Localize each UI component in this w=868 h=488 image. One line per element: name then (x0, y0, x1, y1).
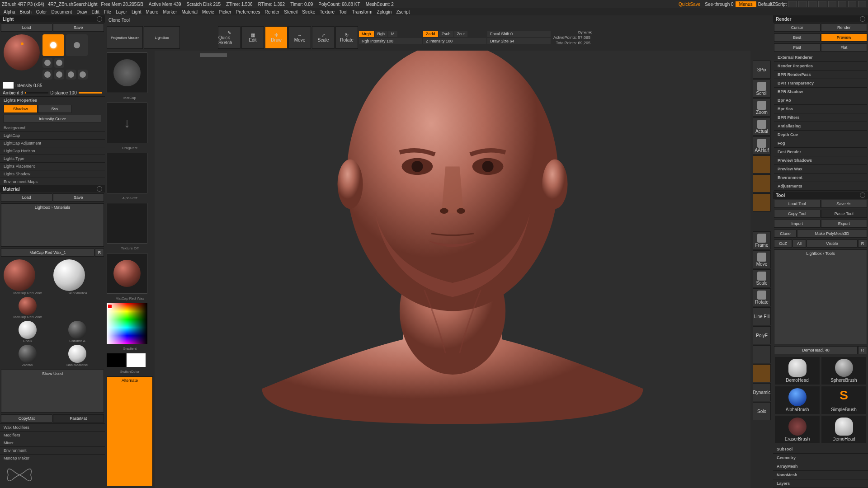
demohead-slider[interactable]: DemoHead. 48 (774, 346, 858, 354)
projection-master-button[interactable]: Projection Master (107, 26, 143, 49)
render-environment[interactable]: Environment (774, 174, 867, 182)
refresh-icon[interactable] (97, 186, 102, 192)
import-button[interactable]: Import (774, 220, 821, 228)
wax-modifiers[interactable]: Wax Modifiers (0, 423, 105, 431)
material-header[interactable]: Material (0, 185, 105, 192)
light-slot-3[interactable] (42, 58, 52, 68)
menu-stencil[interactable]: Stencil (284, 9, 297, 14)
bpr-ao[interactable]: Bpr Ao (774, 96, 867, 105)
best-button[interactable]: Best (774, 33, 821, 42)
actual-button[interactable]: Actual (753, 117, 771, 136)
light-save-button[interactable]: Save (53, 23, 104, 32)
dynamic-button[interactable]: Dynamic (753, 383, 771, 401)
zsub-button[interactable]: Zsub (439, 31, 453, 37)
window-button-3[interactable] (808, 1, 816, 7)
light-load-button[interactable]: Load (1, 23, 52, 32)
copy-tool-button[interactable]: Copy Tool (774, 210, 821, 218)
fast-button[interactable]: Fast (774, 43, 821, 52)
menu-tool[interactable]: Tool (339, 9, 347, 14)
light-background[interactable]: Background (0, 124, 105, 131)
fast-render[interactable]: Fast Render (774, 148, 867, 156)
rgb-button[interactable]: Rgb (375, 31, 388, 37)
menu-edit[interactable]: Edit (92, 9, 99, 14)
material-thumb-3[interactable]: MatCap Red Wax (4, 297, 52, 319)
zoom-button[interactable]: Zoom (753, 99, 771, 117)
light-slot-7[interactable] (66, 70, 76, 80)
light-lightcap-adj[interactable]: LightCap Adjustment (0, 139, 105, 147)
light-preview-sphere[interactable] (4, 34, 40, 70)
light-slot-1[interactable] (42, 34, 64, 56)
zadd-button[interactable]: Zadd (423, 31, 438, 37)
bpr-renderpass[interactable]: BPR RenderPass (774, 70, 867, 79)
light-slot-5[interactable] (42, 70, 52, 80)
persp-button[interactable] (753, 155, 771, 174)
light-lightcap[interactable]: LightCap (0, 131, 105, 139)
z-intensity-slider[interactable]: Z Intensity 100 (423, 38, 486, 44)
tool-demohead2[interactable]: DemoHead (821, 416, 866, 443)
color-white-swatch[interactable] (127, 353, 146, 367)
bpr-filters[interactable]: BPR Filters (774, 113, 867, 122)
menu-file[interactable]: File (104, 9, 111, 14)
menu-brush[interactable]: Brush (20, 9, 32, 14)
scroll-button[interactable]: Scroll (753, 80, 771, 98)
window-button-6[interactable] (838, 1, 846, 7)
mrgb-button[interactable]: Mrgb (359, 31, 374, 37)
bpr-shadow[interactable]: BPR Shadow (774, 88, 867, 96)
load-tool-button[interactable]: Load Tool (774, 200, 821, 208)
sss-button[interactable]: Sss (38, 105, 72, 113)
rotate-button[interactable]: ↻Rotate (335, 26, 358, 49)
floor-button[interactable] (753, 174, 771, 192)
seethrough-slider[interactable]: See-through 0 (705, 2, 733, 7)
menu-marker[interactable]: Marker (163, 9, 177, 14)
texture-thumb[interactable] (107, 203, 147, 244)
preview-shadows[interactable]: Preview Shadows (774, 156, 867, 165)
switchcolor-button[interactable]: SwitchColor (107, 369, 153, 375)
material-thumb-7[interactable]: ZMetal (4, 345, 52, 367)
move-view-button[interactable]: Move (753, 250, 771, 268)
copymat-button[interactable]: CopyMat (1, 414, 52, 422)
tool-spherebrush[interactable]: SphereBrush (821, 357, 866, 385)
make-polymesh-button[interactable]: Make PolyMesh3D (797, 230, 867, 238)
all-button[interactable]: All (793, 239, 806, 248)
tool-alphabrush[interactable]: AlphaBrush (775, 386, 820, 414)
rgb-intensity-slider[interactable]: Rgb Intensity 100 (359, 38, 422, 44)
default-script[interactable]: DefaultZScript (758, 2, 787, 7)
scale-button[interactable]: ⤢Scale (312, 26, 335, 49)
local-button[interactable] (753, 193, 771, 211)
menu-light[interactable]: Light (132, 9, 142, 14)
menu-document[interactable]: Document (52, 9, 72, 14)
zcut-button[interactable]: Zcut (454, 31, 468, 37)
tool-simplebrush[interactable]: S SimpleBrush (821, 386, 866, 414)
menu-render[interactable]: Render (265, 9, 280, 14)
ambient-slider[interactable]: Ambient 3 (3, 90, 23, 95)
stroke-thumb[interactable]: ↓ (107, 103, 147, 143)
alpha-thumb[interactable] (107, 153, 147, 193)
color-picker[interactable] (107, 303, 147, 344)
lights-properties[interactable]: Lights Properties (0, 96, 105, 104)
fog[interactable]: Fog (774, 139, 867, 148)
light-placement[interactable]: Lights Placement (0, 162, 105, 170)
render-button[interactable]: Render (821, 23, 868, 32)
viewport[interactable] (155, 51, 750, 488)
goz-button[interactable]: GoZ (774, 239, 792, 248)
window-button-5[interactable] (828, 1, 836, 7)
refresh-icon[interactable] (860, 192, 865, 198)
material-thumb-1[interactable]: MatCap Red Wax (4, 259, 52, 295)
light-slot-2[interactable] (66, 34, 88, 56)
light-slot-4[interactable] (54, 58, 64, 68)
light-header[interactable]: Light (0, 15, 105, 23)
menu-layer[interactable]: Layer (116, 9, 127, 14)
quick-sketch-button[interactable]: ✎Quick Sketch (218, 26, 241, 49)
ghost-button[interactable] (753, 364, 771, 382)
light-slot-8[interactable] (78, 70, 88, 80)
light-color-swatch[interactable] (3, 82, 14, 89)
nanomesh[interactable]: NanoMesh (773, 471, 868, 479)
material-load-button[interactable]: Load (1, 193, 52, 202)
material-save-button[interactable]: Save (53, 193, 104, 202)
linefill-button[interactable]: Line Fill (753, 307, 771, 325)
light-lightcap-horizon[interactable]: LightCap Horizon (0, 147, 105, 155)
menu-movie[interactable]: Movie (202, 9, 214, 14)
antialiasing[interactable]: Antialiasing (774, 122, 867, 131)
transp-button[interactable] (753, 345, 771, 363)
matcap-maker[interactable]: Matcap Maker (0, 454, 105, 462)
